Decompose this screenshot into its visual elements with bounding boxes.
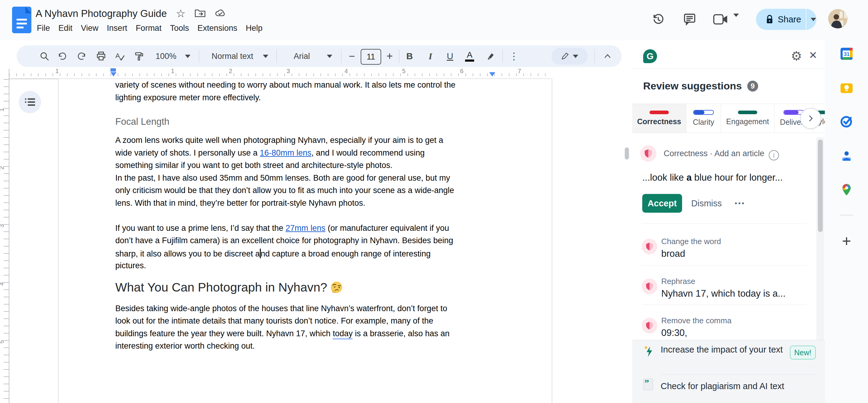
increase-font-size-button[interactable]: + [383, 45, 396, 67]
menu-item-edit[interactable]: Edit [54, 22, 77, 34]
editing-mode-button[interactable] [551, 48, 588, 65]
italic-button[interactable]: I [424, 45, 437, 67]
suggestion-item[interactable]: Nyhavn 17, which today is a... [661, 288, 785, 299]
search-menus-icon[interactable] [35, 45, 54, 67]
doc-line[interactable]: lens. With that in mind, they’re better … [115, 199, 499, 211]
tab-correctness[interactable]: Correctness [632, 104, 686, 133]
google-docs-logo-icon[interactable] [12, 7, 31, 33]
meet-video-icon[interactable] [713, 13, 728, 27]
share-button[interactable]: Share [756, 9, 816, 30]
move-folder-icon[interactable] [195, 8, 206, 19]
tab-engagement[interactable]: Engagement [721, 104, 774, 133]
menu-item-extensions[interactable]: Extensions [193, 22, 242, 34]
doc-line[interactable]: sharp, it also allows you to be discreet… [115, 249, 499, 261]
document-outline-button[interactable] [19, 91, 41, 113]
doc-line[interactable]: only criticism would be that they don’t … [115, 186, 499, 199]
doc-line[interactable]: lighting exposure meter more effectively… [115, 93, 499, 106]
panel-close-icon[interactable]: × [809, 48, 817, 62]
redo-icon[interactable] [73, 45, 90, 67]
info-icon[interactable]: i [769, 150, 779, 161]
bold-button[interactable]: B [402, 45, 417, 67]
meet-dropdown-caret-icon[interactable] [734, 17, 739, 22]
doc-line[interactable]: buildings feature the year they were bui… [115, 329, 499, 342]
paragraph-style-select[interactable]: Normal text [204, 45, 261, 67]
google-maps-icon[interactable] [840, 183, 853, 196]
font-size-input[interactable]: 11 [361, 49, 381, 65]
heading[interactable]: What You Can Photograph in Nyhavn? [115, 280, 499, 296]
card-more-options-icon[interactable]: ••• [730, 194, 751, 213]
star-icon[interactable]: ☆ [176, 7, 186, 20]
correctness-shield-icon [640, 145, 656, 162]
zoom-caret-icon[interactable] [183, 45, 192, 67]
panel-scrollbar-thumb[interactable] [818, 140, 823, 232]
tab-label: Correctness [637, 117, 681, 126]
google-keep-icon[interactable] [840, 82, 853, 95]
left-indent-marker[interactable] [111, 72, 117, 77]
doc-line[interactable]: If you want to use a prime lens, I’d say… [115, 224, 499, 236]
doc-line[interactable]: variety of scenes without needing to wor… [115, 80, 499, 93]
paragraph: variety of scenes without needing to wor… [115, 80, 499, 106]
ruler-number: 4 [344, 68, 348, 75]
doc-line[interactable]: A zoom lens works quite well when photog… [115, 136, 499, 148]
more-toolbar-options-icon[interactable]: ⋮ [506, 45, 522, 67]
menu-item-insert[interactable]: Insert [103, 22, 132, 34]
spellcheck-icon[interactable]: A [112, 45, 128, 67]
hide-menus-chevron-icon[interactable] [599, 45, 616, 67]
menu-item-help[interactable]: Help [242, 22, 267, 34]
menu-item-tools[interactable]: Tools [166, 22, 193, 34]
get-add-ons-button[interactable]: + [840, 233, 853, 249]
increase-impact-item[interactable]: Increase the impact of your text [661, 343, 794, 356]
doc-line[interactable]: don’t have a Fujifilm camera) is an exce… [115, 236, 499, 249]
grammarly-logo-icon: G [643, 49, 657, 63]
heading[interactable]: Focal Length [115, 116, 499, 129]
doc-line[interactable]: In the past, I have also used 35mm and 5… [115, 173, 499, 186]
accept-button[interactable]: Accept [642, 194, 682, 213]
print-icon[interactable] [93, 45, 110, 67]
version-history-icon[interactable] [651, 12, 665, 28]
comments-icon[interactable] [683, 12, 696, 28]
decrease-font-size-button[interactable]: − [346, 45, 358, 67]
suggestion-card-label[interactable]: Correctness · Add an article [664, 149, 764, 158]
share-dropdown-caret-icon[interactable] [811, 18, 816, 21]
font-caret-icon[interactable] [325, 45, 334, 67]
font-select[interactable]: Arial [282, 45, 321, 67]
suggestion-underline[interactable]: today [333, 329, 352, 340]
menu-item-file[interactable]: File [33, 22, 54, 34]
hyperlink[interactable]: 27mm lens [285, 224, 326, 233]
ruler-number: 1 [55, 68, 59, 75]
document-title[interactable]: A Nyhavn Photography Guide [36, 8, 167, 19]
first-line-indent-marker[interactable] [111, 68, 116, 71]
doc-line[interactable]: interesting exterior worth checking out. [115, 341, 499, 354]
account-avatar[interactable] [828, 9, 847, 28]
suggestion-item[interactable]: 09:30, [661, 327, 687, 338]
google-calendar-icon[interactable]: 31 [840, 47, 853, 60]
document-scrollbar[interactable] [625, 147, 629, 160]
underline-button[interactable]: U [443, 45, 457, 67]
google-contacts-icon[interactable] [840, 149, 853, 163]
doc-line[interactable]: look out for the intimate details that m… [115, 316, 499, 329]
doc-line[interactable]: Besides taking wide-angle photos of the … [115, 304, 499, 317]
hyperlink[interactable]: 16-80mm lens [260, 148, 311, 157]
text-color-button[interactable]: A [462, 45, 477, 67]
plagiarism-check-item[interactable]: Check for plagiarism and AI text [661, 381, 784, 391]
style-caret-icon[interactable] [261, 45, 270, 67]
paint-format-icon[interactable] [131, 45, 148, 67]
doc-line[interactable]: something similar if you want to get bot… [115, 161, 499, 173]
tab-clarity[interactable]: Clarity [686, 104, 721, 133]
cloud-saved-icon[interactable] [215, 8, 226, 19]
dismiss-button[interactable]: Dismiss [689, 194, 724, 213]
suggestion-item[interactable]: broad [661, 248, 685, 259]
undo-icon[interactable] [54, 45, 71, 67]
highlight-color-icon[interactable] [482, 45, 499, 67]
menu-item-format[interactable]: Format [132, 22, 166, 34]
menu-item-view[interactable]: View [77, 22, 103, 34]
doc-line[interactable]: pictures. [115, 261, 499, 274]
right-indent-marker[interactable] [489, 72, 495, 77]
suggestion-category-tabs: CorrectnessClarityEngagementDeliveryStyl… [632, 104, 825, 133]
google-tasks-icon[interactable] [840, 115, 853, 128]
zoom-select[interactable]: 100% [149, 45, 183, 67]
tabs-next-chevron-button[interactable] [800, 108, 821, 129]
divider [642, 224, 807, 224]
doc-line[interactable]: wide variety of shots. I personally use … [115, 148, 499, 161]
panel-settings-gear-icon[interactable]: ⚙ [791, 49, 802, 63]
